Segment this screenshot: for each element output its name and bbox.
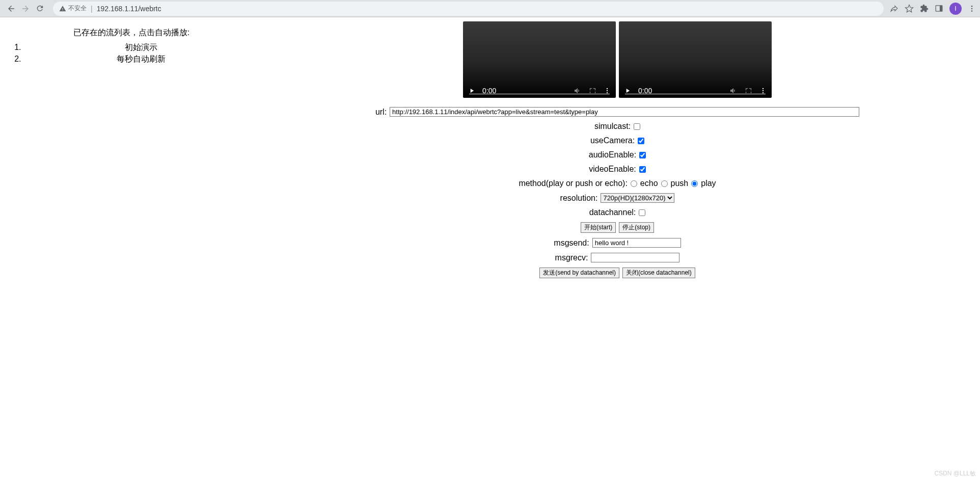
videoenable-checkbox[interactable] xyxy=(639,166,646,173)
browser-toolbar: 不安全 | 192.168.1.11/webrtc I xyxy=(0,0,980,17)
usecamera-checkbox[interactable] xyxy=(638,138,644,144)
msgrecv-input[interactable] xyxy=(591,253,679,262)
svg-rect-1 xyxy=(940,6,942,11)
url-label: url: xyxy=(375,108,387,117)
method-label: method(play or push or echo): xyxy=(519,179,627,188)
svg-point-6 xyxy=(607,90,608,91)
datachannel-label: datachannel: xyxy=(589,208,636,217)
simulcast-label: simulcast: xyxy=(594,122,631,131)
audioenable-checkbox[interactable] xyxy=(639,152,646,158)
stop-button[interactable]: 停止(stop) xyxy=(619,222,654,233)
stream-list: 初始演示 每秒自动刷新 xyxy=(4,42,259,65)
svg-point-4 xyxy=(971,10,973,12)
address-bar[interactable]: 不安全 | 192.168.1.11/webrtc xyxy=(53,2,884,16)
back-button[interactable] xyxy=(4,2,18,16)
video-progress[interactable] xyxy=(625,93,766,95)
audioenable-label: audioEnable: xyxy=(589,150,636,159)
reload-button[interactable] xyxy=(33,2,47,16)
start-button[interactable]: 开始(start) xyxy=(581,222,616,233)
video-player-1[interactable]: 0:00 xyxy=(463,21,616,98)
profile-avatar[interactable]: I xyxy=(949,3,962,15)
list-item[interactable]: 初始演示 xyxy=(23,42,259,53)
list-item[interactable]: 每秒自动刷新 xyxy=(23,54,259,65)
usecamera-label: useCamera: xyxy=(590,136,635,145)
menu-icon[interactable] xyxy=(968,5,976,13)
svg-point-8 xyxy=(763,88,764,89)
datachannel-checkbox[interactable] xyxy=(639,209,645,216)
msgsend-label: msgsend: xyxy=(554,238,589,248)
svg-point-2 xyxy=(971,6,973,7)
method-echo-radio[interactable] xyxy=(631,180,637,187)
send-button[interactable]: 发送(send by datachannel) xyxy=(539,268,619,278)
extensions-icon[interactable] xyxy=(920,4,929,13)
side-panel-icon[interactable] xyxy=(935,4,943,13)
resolution-label: resolution: xyxy=(560,194,598,203)
forward-button[interactable] xyxy=(18,2,33,16)
close-button[interactable]: 关闭(close datachannel) xyxy=(622,268,695,278)
share-icon[interactable] xyxy=(890,4,899,13)
insecure-label: 不安全 xyxy=(68,4,87,13)
svg-point-3 xyxy=(971,8,973,9)
method-play-radio[interactable] xyxy=(691,180,698,187)
svg-point-9 xyxy=(763,90,764,91)
stream-list-title: 已存在的流列表，点击自动播放: xyxy=(4,28,259,38)
svg-point-5 xyxy=(607,88,608,89)
videoenable-label: videoEnable: xyxy=(589,165,636,174)
method-push-radio[interactable] xyxy=(661,180,668,187)
msgrecv-label: msgrecv: xyxy=(555,253,588,262)
video-player-2[interactable]: 0:00 xyxy=(619,21,772,98)
resolution-select[interactable]: 720p(HD)(1280x720) xyxy=(601,193,674,203)
msgsend-input[interactable] xyxy=(592,238,681,248)
insecure-badge: 不安全 xyxy=(59,4,87,13)
simulcast-checkbox[interactable] xyxy=(634,123,640,130)
url-text: 192.168.1.11/webrtc xyxy=(97,5,161,13)
url-input[interactable] xyxy=(390,107,859,117)
warning-icon xyxy=(59,5,66,12)
video-progress[interactable] xyxy=(469,93,610,95)
bookmark-icon[interactable] xyxy=(905,4,914,13)
